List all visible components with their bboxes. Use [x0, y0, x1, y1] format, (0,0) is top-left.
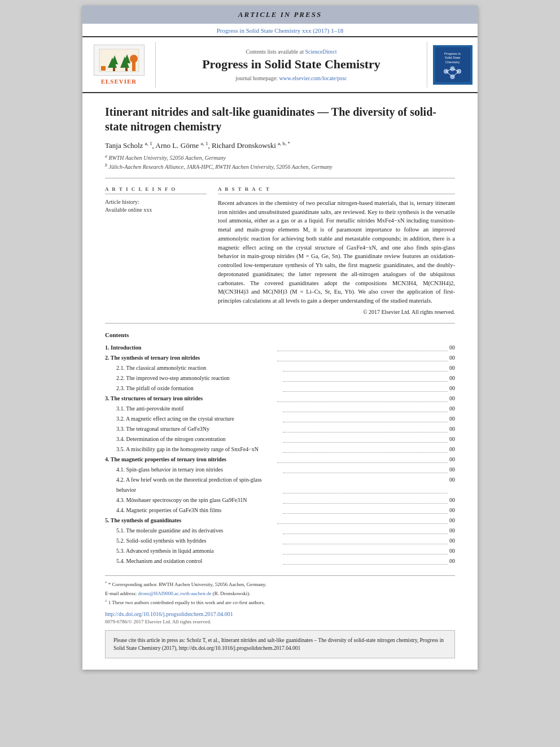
toc-item-text: 4.3. Mössbauer spectroscopy on the spin …: [105, 495, 281, 505]
elsevier-label: ELSEVIER: [101, 78, 137, 85]
abstract-col: A B S T R A C T Recent advances in the c…: [218, 186, 455, 315]
toc-page: 00: [449, 495, 455, 505]
toc-item: 3.3. The tetragonal structure of GeFe3Ny…: [105, 424, 455, 434]
toc-dots: [283, 505, 448, 514]
affiliation-a: a RWTH Aachen University, 52056 Aachen, …: [105, 154, 455, 161]
svg-text:Solid State: Solid State: [444, 56, 460, 59]
available-online: Available online xxx: [105, 207, 207, 213]
toc-dots: [283, 546, 448, 554]
divider-1: [105, 178, 455, 178]
cite-box: Please cite this article in press as: Sc…: [105, 630, 455, 659]
toc-item-text: 5.1. The molecule guanidine and its deri…: [105, 526, 281, 536]
contents-label: Contents lists available at: [246, 49, 303, 55]
toc-item-text: 1. Introduction: [105, 343, 275, 353]
toc-item-text: 5.2. Solid–solid synthesis with hydrides: [105, 536, 281, 546]
toc-dots: [277, 394, 448, 402]
toc-item: 4.1. Spin-glass behavior in ternary iron…: [105, 465, 455, 475]
contents-title: Contents: [105, 331, 455, 338]
banner-text: ARTICLE IN PRESS: [238, 10, 322, 19]
abstract-text: Recent advances in the chemistry of two …: [218, 199, 455, 305]
toc-item-text: 2.3. The pitfall of oxide formation: [105, 383, 281, 394]
toc-page: 00: [449, 556, 455, 566]
toc-item-text: 4.4. Magnetic properties of GaFe3N thin …: [105, 505, 281, 516]
toc-dots: [283, 526, 448, 534]
toc-page: 00: [449, 475, 455, 495]
toc-dots: [283, 475, 448, 493]
journal-title: Progress in Solid State Chemistry: [202, 57, 380, 72]
toc-item-text: 4.2. A few brief words on the theoretica…: [105, 475, 281, 495]
toc-item: 4.2. A few brief words on the theoretica…: [105, 475, 455, 495]
article-info-label: A R T I C L E I N F O: [105, 186, 207, 194]
toc-page: 00: [449, 536, 455, 546]
toc-page: 00: [449, 516, 455, 526]
toc-dots: [283, 465, 448, 473]
toc-item: 5.2. Solid–solid synthesis with hydrides…: [105, 536, 455, 546]
toc-dots: [283, 495, 448, 504]
toc-item-text: 4.1. Spin-glass behavior in ternary iron…: [105, 465, 281, 475]
toc-page: 00: [449, 404, 455, 414]
toc-dots: [283, 536, 448, 544]
svg-rect-8: [132, 62, 135, 71]
toc-dots: [283, 383, 448, 392]
journal-logo-right: Progress in Solid State Chemistry: [427, 42, 478, 88]
doi-link[interactable]: http://dx.doi.org/10.1016/j.progsolidstc…: [105, 611, 455, 617]
toc-item-text: 3.4. Determination of the nitrogen conce…: [105, 434, 281, 444]
info-abstract-section: A R T I C L E I N F O Article history: A…: [105, 186, 455, 315]
toc-dots: [277, 455, 448, 463]
copyright-line: © 2017 Elsevier Ltd. All rights reserved…: [218, 309, 455, 315]
footnote-equal-contrib: 1 1 These two authors contributed equall…: [105, 599, 455, 606]
toc-item: 3. The structures of ternary iron nitrid…: [105, 394, 455, 404]
journal-logo-box: Progress in Solid State Chemistry: [433, 45, 473, 85]
footnote-email: E-mail address: drons@HAI9000.ac.rwth-aa…: [105, 590, 455, 597]
journal-info-center: Contents lists available at ScienceDirec…: [156, 42, 427, 88]
toc-item-text: 5.4. Mechanism and oxidation control: [105, 556, 281, 566]
article-title: Itinerant nitrides and salt-like guanidi…: [105, 104, 455, 134]
homepage-label: journal homepage:: [235, 75, 278, 81]
toc-dots: [283, 414, 448, 422]
toc-page: 00: [449, 414, 455, 424]
toc-dots: [283, 404, 448, 412]
issn-line: 0079-6786/© 2017 Elsevier Ltd. All right…: [105, 619, 455, 624]
toc-page: 00: [449, 505, 455, 516]
footnote-email-link[interactable]: drons@HAI9000.ac.rwth-aachen.de: [138, 591, 211, 596]
article-in-press-banner: ARTICLE IN PRESS: [82, 6, 478, 24]
article-info-col: A R T I C L E I N F O Article history: A…: [105, 186, 207, 315]
toc-item-text: 3.2. A magnetic effect acting on the cry…: [105, 414, 281, 424]
toc-item-text: 2. The synthesis of ternary iron nitride…: [105, 353, 275, 363]
toc-page: 00: [449, 373, 455, 383]
toc-item: 5.3. Advanced synthesis in liquid ammoni…: [105, 546, 455, 556]
toc-item: 4. The magnetic properties of ternary ir…: [105, 455, 455, 465]
toc-item-text: 5. The synthesis of guanidinates: [105, 516, 275, 526]
toc-page: 00: [449, 383, 455, 394]
toc-page: 00: [449, 343, 455, 353]
toc-item-text: 4. The magnetic properties of ternary ir…: [105, 455, 275, 465]
toc-page: 00: [449, 526, 455, 536]
svg-rect-7: [125, 68, 128, 71]
toc-item-text: 2.1. The classical ammonolytic reaction: [105, 363, 281, 373]
homepage-url[interactable]: www.elsevier.com/locate/pssc: [279, 75, 347, 81]
footnote-corresponding: * * Corresponding author. RWTH Aachen Un…: [105, 580, 455, 588]
toc-item: 1. Introduction 00: [105, 343, 455, 353]
history-label: Article history:: [105, 199, 207, 205]
toc-item: 5.4. Mechanism and oxidation control 00: [105, 556, 455, 566]
sciencedirect-link[interactable]: ScienceDirect: [305, 49, 336, 55]
footnotes-section: * * Corresponding author. RWTH Aachen Un…: [105, 575, 455, 624]
toc-dots: [283, 424, 448, 433]
cite-text: Please cite this article in press as: Sc…: [113, 637, 444, 651]
article-content: Itinerant nitrides and salt-like guanidi…: [82, 93, 478, 670]
sciencedirect-line: Contents lists available at ScienceDirec…: [246, 49, 336, 55]
homepage-line: journal homepage: www.elsevier.com/locat…: [235, 75, 347, 81]
journal-ref: Progress in Solid State Chemistry xxx (2…: [82, 24, 478, 36]
toc-page: 00: [449, 455, 455, 465]
svg-text:Chemistry: Chemistry: [445, 60, 460, 64]
toc-item: 4.3. Mössbauer spectroscopy on the spin …: [105, 495, 455, 505]
toc-dots: [283, 363, 448, 372]
affiliation-b: b Jülich-Aachen Research Alliance, JARA-…: [105, 163, 455, 170]
toc-item: 3.1. The anti-perovskite motif 00: [105, 404, 455, 414]
journal-header: ELSEVIER Contents lists available at Sci…: [82, 36, 478, 93]
toc-page: 00: [449, 394, 455, 404]
toc-item: 3.4. Determination of the nitrogen conce…: [105, 434, 455, 444]
toc-dots: [277, 353, 448, 361]
toc-page: 00: [449, 353, 455, 363]
page: ARTICLE IN PRESS Progress in Solid State…: [82, 6, 478, 670]
